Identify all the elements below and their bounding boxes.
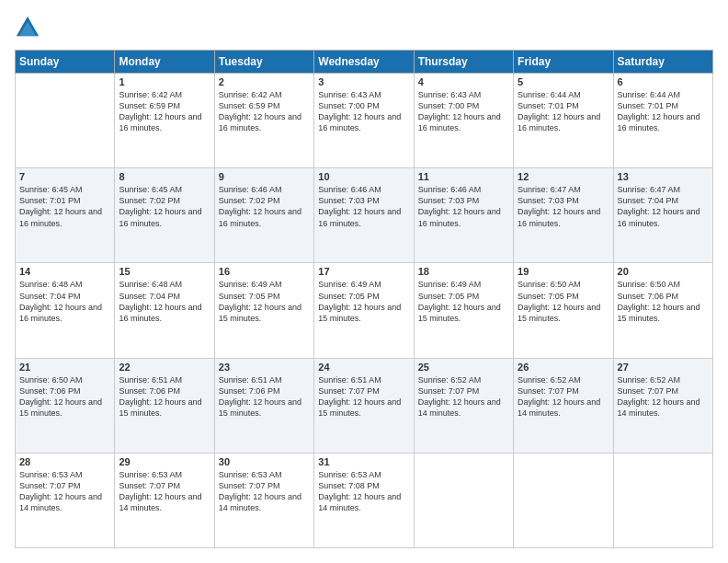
day-number: 10 <box>318 171 409 182</box>
day-number: 14 <box>19 266 110 277</box>
day-number: 19 <box>518 266 609 277</box>
calendar-cell <box>613 453 712 547</box>
calendar-cell: 6Sunrise: 6:44 AMSunset: 7:01 PMDaylight… <box>613 74 712 168</box>
calendar-cell: 9Sunrise: 6:46 AMSunset: 7:02 PMDaylight… <box>214 168 313 263</box>
day-number: 3 <box>318 76 409 87</box>
cell-info: Sunrise: 6:51 AMSunset: 7:07 PMDaylight:… <box>318 374 409 419</box>
cell-info: Sunrise: 6:47 AMSunset: 7:03 PMDaylight:… <box>518 184 609 229</box>
cell-info: Sunrise: 6:49 AMSunset: 7:05 PMDaylight:… <box>219 279 310 324</box>
day-number: 18 <box>418 266 509 277</box>
cell-info: Sunrise: 6:47 AMSunset: 7:04 PMDaylight:… <box>618 184 709 229</box>
page: SundayMondayTuesdayWednesdayThursdayFrid… <box>0 0 728 563</box>
day-number: 28 <box>19 456 110 467</box>
day-number: 8 <box>119 171 210 182</box>
calendar-cell: 23Sunrise: 6:51 AMSunset: 7:06 PMDayligh… <box>214 358 313 453</box>
day-number: 17 <box>318 266 409 277</box>
calendar-cell: 5Sunrise: 6:44 AMSunset: 7:01 PMDaylight… <box>514 74 613 168</box>
day-number: 20 <box>618 266 709 277</box>
cell-info: Sunrise: 6:53 AMSunset: 7:08 PMDaylight:… <box>318 469 409 514</box>
calendar-cell: 21Sunrise: 6:50 AMSunset: 7:06 PMDayligh… <box>16 358 115 453</box>
calendar-cell: 4Sunrise: 6:43 AMSunset: 7:00 PMDaylight… <box>414 74 513 168</box>
weekday-header-monday: Monday <box>115 51 214 74</box>
day-number: 13 <box>618 171 709 182</box>
cell-info: Sunrise: 6:43 AMSunset: 7:00 PMDaylight:… <box>318 89 409 134</box>
cell-info: Sunrise: 6:46 AMSunset: 7:02 PMDaylight:… <box>219 184 310 229</box>
cell-info: Sunrise: 6:48 AMSunset: 7:04 PMDaylight:… <box>119 279 210 324</box>
day-number: 16 <box>219 266 310 277</box>
calendar-cell: 26Sunrise: 6:52 AMSunset: 7:07 PMDayligh… <box>514 358 613 453</box>
calendar-cell: 25Sunrise: 6:52 AMSunset: 7:07 PMDayligh… <box>414 358 513 453</box>
calendar-cell: 29Sunrise: 6:53 AMSunset: 7:07 PMDayligh… <box>115 453 214 547</box>
calendar-cell: 19Sunrise: 6:50 AMSunset: 7:05 PMDayligh… <box>514 263 613 358</box>
calendar-cell: 22Sunrise: 6:51 AMSunset: 7:06 PMDayligh… <box>115 358 214 453</box>
day-number: 30 <box>219 456 310 467</box>
cell-info: Sunrise: 6:45 AMSunset: 7:01 PMDaylight:… <box>19 184 110 229</box>
calendar-week-row: 14Sunrise: 6:48 AMSunset: 7:04 PMDayligh… <box>16 263 713 358</box>
calendar-week-row: 28Sunrise: 6:53 AMSunset: 7:07 PMDayligh… <box>16 453 713 547</box>
day-number: 25 <box>418 362 509 373</box>
calendar-cell: 20Sunrise: 6:50 AMSunset: 7:06 PMDayligh… <box>613 263 712 358</box>
cell-info: Sunrise: 6:48 AMSunset: 7:04 PMDaylight:… <box>19 279 110 324</box>
cell-info: Sunrise: 6:50 AMSunset: 7:05 PMDaylight:… <box>518 279 609 324</box>
day-number: 31 <box>318 456 409 467</box>
cell-info: Sunrise: 6:51 AMSunset: 7:06 PMDaylight:… <box>219 374 310 419</box>
cell-info: Sunrise: 6:53 AMSunset: 7:07 PMDaylight:… <box>219 469 310 514</box>
calendar-cell: 1Sunrise: 6:42 AMSunset: 6:59 PMDaylight… <box>115 74 214 168</box>
calendar-cell: 13Sunrise: 6:47 AMSunset: 7:04 PMDayligh… <box>613 168 712 263</box>
calendar-cell: 3Sunrise: 6:43 AMSunset: 7:00 PMDaylight… <box>314 74 414 168</box>
day-number: 27 <box>618 362 709 373</box>
day-number: 11 <box>418 171 509 182</box>
header <box>15 15 713 40</box>
logo-icon <box>15 15 40 40</box>
calendar-cell: 11Sunrise: 6:46 AMSunset: 7:03 PMDayligh… <box>414 168 513 263</box>
day-number: 5 <box>518 76 609 87</box>
cell-info: Sunrise: 6:53 AMSunset: 7:07 PMDaylight:… <box>19 469 110 514</box>
day-number: 4 <box>418 76 509 87</box>
calendar-cell: 18Sunrise: 6:49 AMSunset: 7:05 PMDayligh… <box>414 263 513 358</box>
weekday-header-tuesday: Tuesday <box>214 51 313 74</box>
calendar-cell: 17Sunrise: 6:49 AMSunset: 7:05 PMDayligh… <box>314 263 414 358</box>
calendar-cell: 8Sunrise: 6:45 AMSunset: 7:02 PMDaylight… <box>115 168 214 263</box>
calendar-table: SundayMondayTuesdayWednesdayThursdayFrid… <box>15 50 713 548</box>
calendar-cell: 16Sunrise: 6:49 AMSunset: 7:05 PMDayligh… <box>214 263 313 358</box>
cell-info: Sunrise: 6:42 AMSunset: 6:59 PMDaylight:… <box>219 89 310 134</box>
day-number: 23 <box>219 362 310 373</box>
day-number: 24 <box>318 362 409 373</box>
day-number: 2 <box>219 76 310 87</box>
cell-info: Sunrise: 6:46 AMSunset: 7:03 PMDaylight:… <box>418 184 509 229</box>
calendar-week-row: 7Sunrise: 6:45 AMSunset: 7:01 PMDaylight… <box>16 168 713 263</box>
weekday-header-friday: Friday <box>514 51 613 74</box>
day-number: 21 <box>19 362 110 373</box>
calendar-cell <box>514 453 613 547</box>
calendar-cell <box>414 453 513 547</box>
weekday-header-wednesday: Wednesday <box>314 51 414 74</box>
weekday-header-saturday: Saturday <box>613 51 712 74</box>
day-number: 6 <box>618 76 709 87</box>
calendar-cell: 31Sunrise: 6:53 AMSunset: 7:08 PMDayligh… <box>314 453 414 547</box>
day-number: 9 <box>219 171 310 182</box>
day-number: 15 <box>119 266 210 277</box>
cell-info: Sunrise: 6:46 AMSunset: 7:03 PMDaylight:… <box>318 184 409 229</box>
calendar-cell: 27Sunrise: 6:52 AMSunset: 7:07 PMDayligh… <box>613 358 712 453</box>
cell-info: Sunrise: 6:52 AMSunset: 7:07 PMDaylight:… <box>618 374 709 419</box>
calendar-cell: 10Sunrise: 6:46 AMSunset: 7:03 PMDayligh… <box>314 168 414 263</box>
calendar-week-row: 1Sunrise: 6:42 AMSunset: 6:59 PMDaylight… <box>16 74 713 168</box>
day-number: 26 <box>518 362 609 373</box>
cell-info: Sunrise: 6:50 AMSunset: 7:06 PMDaylight:… <box>618 279 709 324</box>
day-number: 29 <box>119 456 210 467</box>
day-number: 1 <box>119 76 210 87</box>
cell-info: Sunrise: 6:51 AMSunset: 7:06 PMDaylight:… <box>119 374 210 419</box>
calendar-cell: 14Sunrise: 6:48 AMSunset: 7:04 PMDayligh… <box>16 263 115 358</box>
calendar-week-row: 21Sunrise: 6:50 AMSunset: 7:06 PMDayligh… <box>16 358 713 453</box>
cell-info: Sunrise: 6:52 AMSunset: 7:07 PMDaylight:… <box>418 374 509 419</box>
calendar-cell: 2Sunrise: 6:42 AMSunset: 6:59 PMDaylight… <box>214 74 313 168</box>
calendar-cell <box>16 74 115 168</box>
cell-info: Sunrise: 6:45 AMSunset: 7:02 PMDaylight:… <box>119 184 210 229</box>
day-number: 7 <box>19 171 110 182</box>
cell-info: Sunrise: 6:44 AMSunset: 7:01 PMDaylight:… <box>618 89 709 134</box>
day-number: 12 <box>518 171 609 182</box>
cell-info: Sunrise: 6:50 AMSunset: 7:06 PMDaylight:… <box>19 374 110 419</box>
cell-info: Sunrise: 6:52 AMSunset: 7:07 PMDaylight:… <box>518 374 609 419</box>
weekday-header-thursday: Thursday <box>414 51 513 74</box>
cell-info: Sunrise: 6:44 AMSunset: 7:01 PMDaylight:… <box>518 89 609 134</box>
